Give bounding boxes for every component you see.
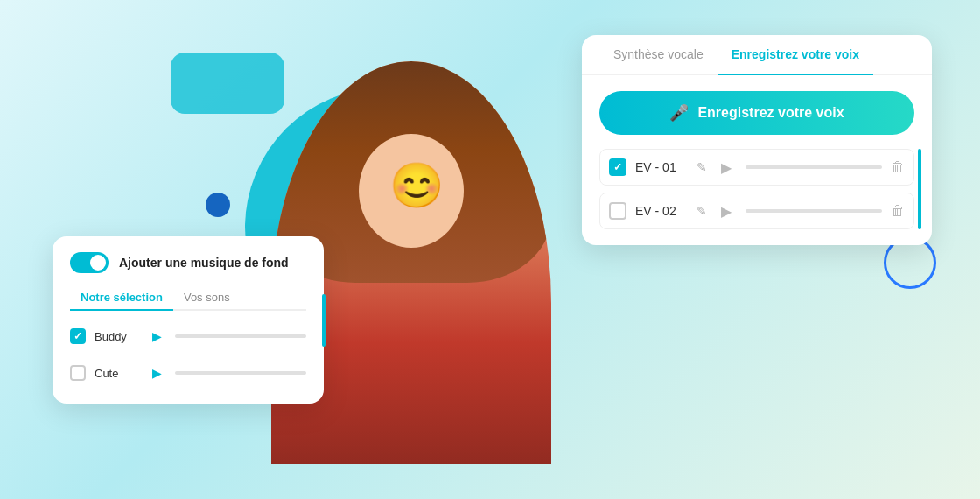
buddy-name: Buddy <box>94 330 138 343</box>
scroll-indicator <box>322 294 326 347</box>
toggle-label: Ajouter une musique de fond <box>119 256 289 270</box>
cute-progress <box>175 371 306 375</box>
toggle-row: Ajouter une musique de fond <box>70 252 306 273</box>
music-toggle[interactable] <box>70 252 108 273</box>
ev02-progress <box>746 209 882 213</box>
voice-tabs: Synthèse vocale Enregistrez votre voix <box>582 35 932 75</box>
bg-dot-blue-large <box>206 193 230 217</box>
buddy-progress <box>175 334 306 338</box>
cute-name: Cute <box>94 367 138 380</box>
ev02-edit-icon[interactable]: ✎ <box>696 204 707 218</box>
card-music: Ajouter une musique de fond Notre sélect… <box>52 236 324 404</box>
buddy-play-button[interactable]: ▶ <box>147 327 166 346</box>
voice-card-body: 🎤 Enregistrez votre voix EV - 01 ✎ ▶ 🗑 E… <box>582 75 932 245</box>
voice-scroll-indicator <box>918 149 921 229</box>
music-list: Buddy ▶ Cute ▶ <box>70 321 306 388</box>
ev02-delete-icon[interactable]: 🗑 <box>891 203 905 219</box>
tab-notre-selection[interactable]: Notre sélection <box>70 285 173 311</box>
ev02-play-button[interactable]: ▶ <box>716 200 737 221</box>
list-item: EV - 02 ✎ ▶ 🗑 <box>599 193 914 229</box>
tab-synthese-vocale[interactable]: Synthèse vocale <box>599 35 718 75</box>
ev01-delete-icon[interactable]: 🗑 <box>891 159 905 175</box>
ev01-edit-icon[interactable]: ✎ <box>696 160 707 174</box>
cute-play-button[interactable]: ▶ <box>147 363 166 383</box>
voice-list: EV - 01 ✎ ▶ 🗑 EV - 02 ✎ ▶ 🗑 <box>599 149 914 229</box>
list-item: EV - 01 ✎ ▶ 🗑 <box>599 149 914 186</box>
ev01-progress <box>746 165 882 169</box>
cute-checkbox[interactable] <box>70 365 86 381</box>
tab-enregistrez-voix[interactable]: Enregistrez votre voix <box>718 35 873 75</box>
card-voice: Synthèse vocale Enregistrez votre voix 🎤… <box>582 35 932 245</box>
list-item: Buddy ▶ <box>70 321 306 351</box>
ev01-name: EV - 01 <box>635 160 688 174</box>
ev01-checkbox[interactable] <box>609 158 626 176</box>
mic-icon: 🎤 <box>669 103 689 123</box>
record-button[interactable]: 🎤 Enregistrez votre voix <box>599 91 914 135</box>
ev01-play-button[interactable]: ▶ <box>716 157 737 178</box>
list-item: Cute ▶ <box>70 358 306 388</box>
buddy-checkbox[interactable] <box>70 328 86 344</box>
ev02-name: EV - 02 <box>635 204 688 218</box>
music-tabs: Notre sélection Vos sons <box>70 285 306 311</box>
ev02-checkbox[interactable] <box>609 202 626 220</box>
record-button-label: Enregistrez votre voix <box>697 105 844 121</box>
tab-vos-sons[interactable]: Vos sons <box>173 285 241 311</box>
